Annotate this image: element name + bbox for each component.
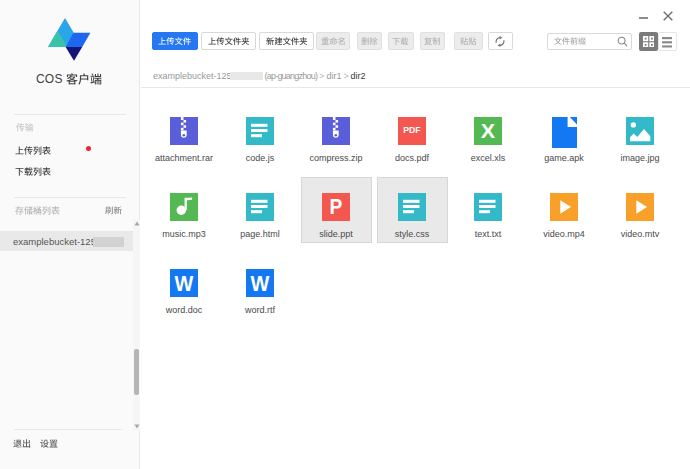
svg-text:W: W bbox=[251, 272, 271, 296]
svg-text:W: W bbox=[175, 272, 195, 296]
svg-text:P: P bbox=[330, 194, 343, 219]
svg-text:X: X bbox=[481, 120, 496, 142]
svg-text:PDF: PDF bbox=[403, 124, 420, 135]
